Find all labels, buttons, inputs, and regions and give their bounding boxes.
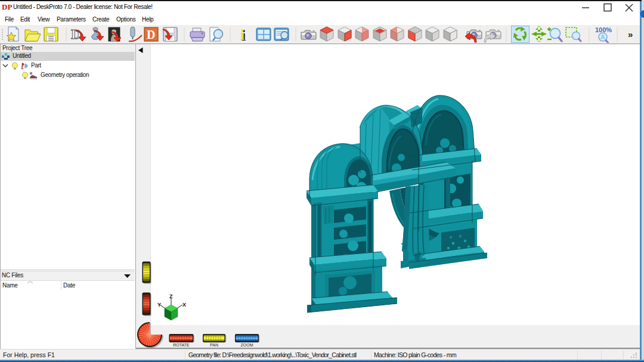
svg-text:D: D [71,26,81,42]
svg-text:ZOOM: ZOOM [241,343,253,347]
svg-text:i: i [240,26,244,43]
svg-text:ROTATE: ROTATE [173,343,190,347]
svg-text:Z: Z [169,293,173,299]
svg-text:Y: Y [157,302,161,308]
svg-text:100%: 100% [595,26,612,33]
svg-text:D: D [147,28,155,41]
svg-text:PAN: PAN [210,343,218,347]
svg-text:A: A [601,34,605,41]
svg-text:»: » [628,29,633,39]
svg-text:X: X [182,302,186,308]
